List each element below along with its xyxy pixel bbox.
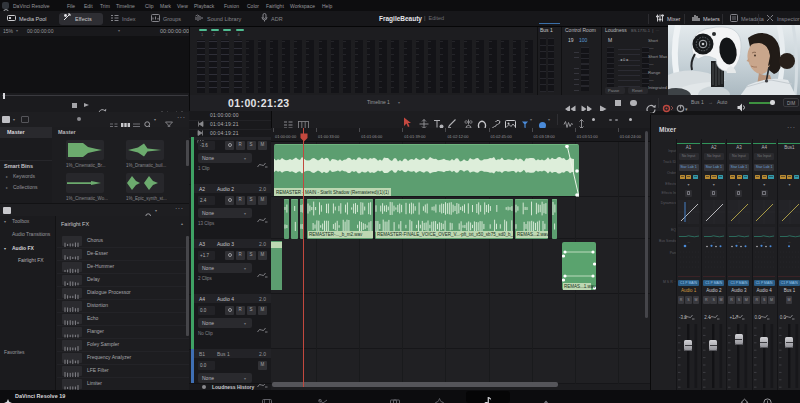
svg-text:▾: ▾ (685, 106, 688, 112)
